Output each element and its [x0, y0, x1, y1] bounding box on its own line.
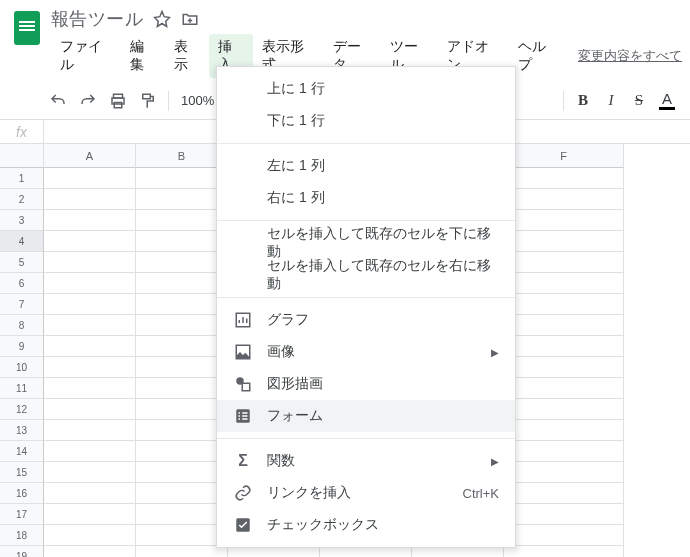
cell[interactable]	[504, 231, 624, 252]
menu-option[interactable]: Σ関数▶	[217, 445, 515, 477]
cell[interactable]	[136, 273, 228, 294]
menu-option[interactable]: セルを挿入して既存のセルを下に移動	[217, 227, 515, 259]
cell[interactable]	[504, 336, 624, 357]
cell[interactable]	[504, 273, 624, 294]
cell[interactable]	[136, 357, 228, 378]
select-all-corner[interactable]	[0, 144, 44, 168]
cell[interactable]	[504, 189, 624, 210]
cell[interactable]	[504, 210, 624, 231]
menu-item[interactable]: ヘルプ	[509, 34, 566, 78]
menu-option[interactable]: 左に 1 列	[217, 150, 515, 182]
cell[interactable]	[44, 462, 136, 483]
print-button[interactable]	[104, 87, 132, 115]
cell[interactable]	[136, 336, 228, 357]
cell[interactable]	[44, 294, 136, 315]
cell[interactable]	[44, 378, 136, 399]
cell[interactable]	[136, 399, 228, 420]
cell[interactable]	[136, 378, 228, 399]
cell[interactable]	[44, 231, 136, 252]
cell[interactable]	[44, 441, 136, 462]
cell[interactable]	[504, 483, 624, 504]
cell[interactable]	[504, 546, 624, 557]
row-header[interactable]: 14	[0, 441, 44, 462]
row-header[interactable]: 10	[0, 357, 44, 378]
row-header[interactable]: 8	[0, 315, 44, 336]
menu-option[interactable]: 画像▶	[217, 336, 515, 368]
menu-option[interactable]: セルを挿入して既存のセルを右に移動	[217, 259, 515, 291]
paint-format-button[interactable]	[134, 87, 162, 115]
cell[interactable]	[136, 252, 228, 273]
doc-title[interactable]: 報告ツール	[51, 7, 144, 31]
cell[interactable]	[44, 336, 136, 357]
row-header[interactable]: 5	[0, 252, 44, 273]
cell[interactable]	[504, 315, 624, 336]
row-header[interactable]: 18	[0, 525, 44, 546]
cell[interactable]	[504, 252, 624, 273]
menu-option[interactable]: リンクを挿入Ctrl+K	[217, 477, 515, 509]
bold-button[interactable]: B	[570, 87, 596, 115]
menu-option[interactable]: 下に 1 行	[217, 105, 515, 137]
cell[interactable]	[44, 168, 136, 189]
cell[interactable]	[504, 420, 624, 441]
cell[interactable]	[136, 420, 228, 441]
row-header[interactable]: 16	[0, 483, 44, 504]
move-icon[interactable]	[181, 10, 199, 28]
cell[interactable]	[504, 525, 624, 546]
sheets-logo[interactable]	[8, 8, 47, 48]
cell[interactable]	[44, 546, 136, 557]
cell[interactable]	[44, 210, 136, 231]
cell[interactable]	[136, 546, 228, 557]
row-header[interactable]: 4	[0, 231, 44, 252]
column-header[interactable]: A	[44, 144, 136, 168]
row-header[interactable]: 19	[0, 546, 44, 557]
undo-button[interactable]	[44, 87, 72, 115]
row-header[interactable]: 9	[0, 336, 44, 357]
strikethrough-button[interactable]: S	[626, 87, 652, 115]
row-header[interactable]: 2	[0, 189, 44, 210]
cell[interactable]	[136, 462, 228, 483]
menu-option[interactable]: グラフ	[217, 304, 515, 336]
cell[interactable]	[504, 294, 624, 315]
menu-option[interactable]: 上に 1 行	[217, 73, 515, 105]
cell[interactable]	[136, 210, 228, 231]
cell[interactable]	[136, 525, 228, 546]
row-header[interactable]: 12	[0, 399, 44, 420]
cell[interactable]	[44, 315, 136, 336]
cell[interactable]	[136, 504, 228, 525]
row-header[interactable]: 13	[0, 420, 44, 441]
row-header[interactable]: 1	[0, 168, 44, 189]
row-header[interactable]: 7	[0, 294, 44, 315]
row-header[interactable]: 11	[0, 378, 44, 399]
redo-button[interactable]	[74, 87, 102, 115]
row-header[interactable]: 17	[0, 504, 44, 525]
row-header[interactable]: 3	[0, 210, 44, 231]
menu-item[interactable]: 表示	[165, 34, 209, 78]
menu-option[interactable]: 右に 1 列	[217, 182, 515, 214]
cell[interactable]	[504, 357, 624, 378]
cell[interactable]	[136, 483, 228, 504]
menu-option[interactable]: フォーム	[217, 400, 515, 432]
cell[interactable]	[504, 462, 624, 483]
column-header[interactable]: F	[504, 144, 624, 168]
menu-option[interactable]: 図形描画	[217, 368, 515, 400]
cell[interactable]	[136, 168, 228, 189]
cell[interactable]	[504, 378, 624, 399]
cell[interactable]	[504, 504, 624, 525]
menu-item[interactable]: 編集	[121, 34, 165, 78]
column-header[interactable]: B	[136, 144, 228, 168]
cell[interactable]	[136, 441, 228, 462]
menu-item[interactable]: ファイル	[51, 34, 121, 78]
cell[interactable]	[44, 525, 136, 546]
cell[interactable]	[44, 252, 136, 273]
text-color-button[interactable]: A	[654, 87, 680, 115]
cell[interactable]	[44, 189, 136, 210]
cell[interactable]	[44, 273, 136, 294]
italic-button[interactable]: I	[598, 87, 624, 115]
menu-option[interactable]: チェックボックス	[217, 509, 515, 541]
cell[interactable]	[136, 189, 228, 210]
star-icon[interactable]	[153, 10, 171, 28]
save-status[interactable]: 変更内容をすべて	[578, 47, 682, 65]
cell[interactable]	[136, 315, 228, 336]
cell[interactable]	[44, 483, 136, 504]
row-header[interactable]: 6	[0, 273, 44, 294]
